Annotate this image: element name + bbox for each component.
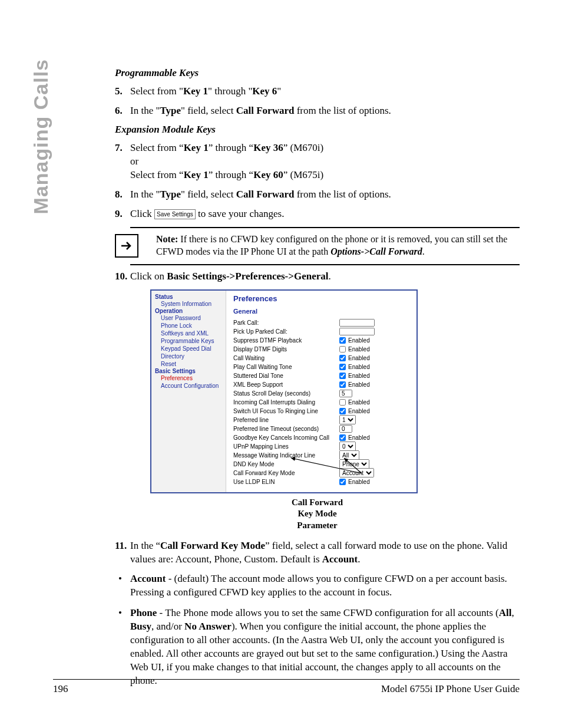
text-input[interactable] — [339, 328, 375, 335]
pref-label: Preferred line — [233, 417, 339, 423]
pref-control: Enabled — [339, 434, 412, 441]
pref-label: UPnP Mapping Lines — [233, 443, 339, 450]
sidebar-item: Reset — [155, 360, 226, 368]
pref-row: UPnP Mapping Lines0 — [233, 442, 412, 451]
pref-row: Display DTMF DigitsEnabled — [233, 345, 412, 354]
doc-title: Model 6755i IP Phone User Guide — [381, 683, 520, 695]
bullet-account: Account - (default) The account mode all… — [115, 572, 520, 599]
text-input[interactable] — [339, 390, 352, 397]
enabled-checkbox[interactable] — [339, 434, 346, 441]
pref-row: Message Waiting Indicator LineAll — [233, 451, 412, 460]
select-input[interactable]: Phone — [339, 459, 369, 469]
enabled-checkbox[interactable] — [339, 364, 346, 370]
enabled-checkbox[interactable] — [339, 346, 346, 353]
pref-label: XML Beep Support — [233, 381, 339, 388]
pref-label: Message Waiting Indicator Line — [233, 452, 339, 459]
enabled-checkbox[interactable] — [339, 337, 346, 344]
pref-label: Display DTMF Digits — [233, 346, 339, 353]
enabled-checkbox[interactable] — [339, 381, 346, 388]
select-input[interactable]: Account — [339, 468, 374, 477]
pref-row: Park Call: — [233, 318, 412, 327]
pref-row: Call Forward Key ModeAccount — [233, 469, 412, 477]
pref-label: Suppress DTMF Playback — [233, 337, 339, 344]
enabled-checkbox[interactable] — [339, 399, 346, 406]
heading-programmable-keys: Programmable Keys — [115, 67, 520, 79]
pref-row: DND Key ModePhone — [233, 460, 412, 469]
note-arrow-icon — [115, 234, 138, 258]
pref-row: XML Beep SupportEnabled — [233, 380, 412, 389]
pref-row: Status Scroll Delay (seconds) — [233, 389, 412, 398]
pref-control: 1 — [339, 415, 412, 424]
text-input[interactable] — [339, 425, 352, 433]
pref-control: Enabled — [339, 346, 412, 353]
pref-control: Enabled — [339, 399, 412, 406]
step-9: 9. Click Save Settings to save your chan… — [115, 207, 520, 221]
divider — [130, 227, 520, 228]
pref-control — [339, 425, 412, 433]
pref-control: Phone — [339, 459, 412, 469]
pref-control: Enabled — [339, 337, 412, 344]
bullet-list: Account - (default) The account mode all… — [115, 572, 520, 688]
pref-label: Switch UI Focus To Ringing Line — [233, 408, 339, 414]
pref-row: Suppress DTMF PlaybackEnabled — [233, 336, 412, 345]
step-10: 10. Click on Basic Settings->Preferences… — [115, 270, 520, 284]
page-footer: 196 Model 6755i IP Phone User Guide — [53, 679, 520, 695]
document-page: Managing Calls Programmable Keys 5. Sele… — [0, 0, 562, 728]
step-6: 6. In the "Type" field, select Call Forw… — [115, 104, 520, 118]
sidebar-item: Keypad Speed Dial — [155, 345, 226, 353]
pref-label: Pick Up Parked Call: — [233, 328, 339, 335]
pref-control: 0 — [339, 442, 412, 451]
pref-row: Use LLDP ELINEnabled — [233, 477, 412, 486]
preferences-screenshot: Status System Information Operation User… — [150, 289, 418, 493]
screenshot-main: Preferences General Park Call:Pick Up Pa… — [226, 291, 416, 492]
sidebar-item: Programmable Keys — [155, 337, 226, 345]
pref-control: Account — [339, 468, 412, 477]
enabled-checkbox[interactable] — [339, 373, 346, 379]
pref-row: Play Call Waiting ToneEnabled — [233, 363, 412, 371]
pref-row: Switch UI Focus To Ringing LineEnabled — [233, 407, 412, 416]
select-input[interactable]: 1 — [339, 415, 356, 424]
page-number: 196 — [53, 683, 68, 695]
pref-label: Goodbye Key Cancels Incoming Call — [233, 434, 339, 441]
pref-label: Stuttered Dial Tone — [233, 373, 339, 379]
step-8: 8. In the "Type" field, select Call Forw… — [115, 188, 520, 202]
text-input[interactable] — [339, 319, 375, 327]
pref-label: Play Call Waiting Tone — [233, 364, 339, 370]
pref-label: Use LLDP ELIN — [233, 479, 339, 485]
step-7: 7. Select from “Key 1” through “Key 36” … — [115, 141, 520, 182]
callout-label: Call ForwardKey ModeParameter — [115, 497, 520, 532]
sidebar-item: Phone Lock — [155, 322, 226, 330]
pref-row: Call WaitingEnabled — [233, 354, 412, 363]
pref-control — [339, 319, 412, 327]
pref-control: Enabled — [339, 479, 412, 485]
pref-label: Call Waiting — [233, 355, 339, 361]
enabled-checkbox[interactable] — [339, 355, 346, 361]
pref-label: Park Call: — [233, 319, 339, 326]
pref-control: Enabled — [339, 381, 412, 388]
enabled-checkbox[interactable] — [339, 408, 346, 414]
pref-label: DND Key Mode — [233, 461, 339, 467]
note-text: Note: If there is no CFWD key configured… — [156, 233, 520, 258]
enabled-checkbox[interactable] — [339, 479, 346, 485]
save-settings-button-icon: Save Settings — [154, 209, 196, 220]
divider — [130, 264, 520, 265]
section-tab: Managing Calls — [29, 59, 52, 214]
select-input[interactable]: All — [339, 450, 359, 460]
sidebar-item: Directory — [155, 353, 226, 360]
screenshot-sidebar: Status System Information Operation User… — [151, 291, 226, 492]
pref-label: Status Scroll Delay (seconds) — [233, 390, 339, 397]
pref-row: Preferred line1 — [233, 416, 412, 424]
step-11: 11. In the “Call Forward Key Mode” field… — [115, 539, 520, 566]
pref-row: Incoming Call Interrupts DialingEnabled — [233, 398, 412, 407]
step-list: 5. Select from "Key 1" through "Key 6" 6… — [115, 85, 520, 118]
screenshot-group-title: General — [233, 308, 412, 315]
pref-control: Enabled — [339, 373, 412, 379]
pref-label: Preferred line Timeout (seconds) — [233, 426, 339, 432]
pref-control: Enabled — [339, 355, 412, 361]
pref-control: Enabled — [339, 364, 412, 370]
pref-control: All — [339, 450, 412, 460]
pref-row: Stuttered Dial ToneEnabled — [233, 371, 412, 380]
sidebar-item: User Password — [155, 314, 226, 322]
select-input[interactable]: 0 — [339, 442, 356, 451]
pref-control: Enabled — [339, 408, 412, 414]
